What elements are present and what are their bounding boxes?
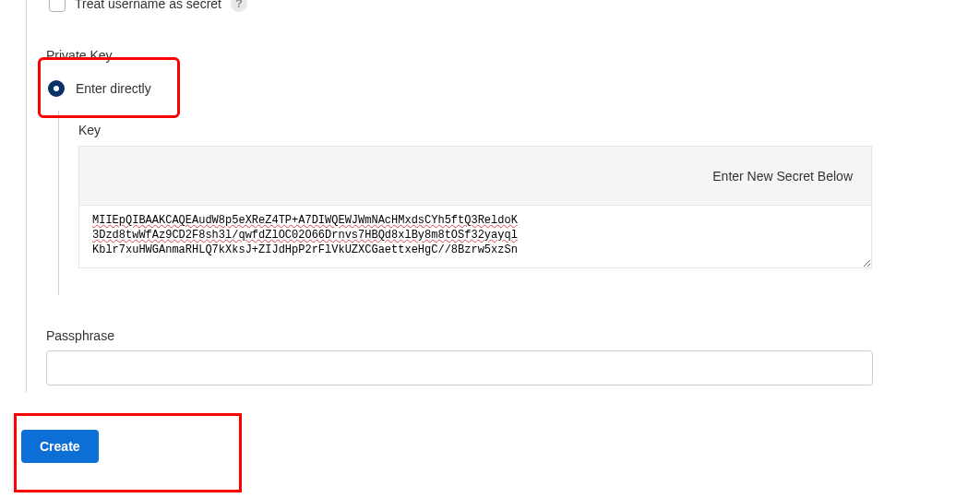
tree-connector-outer xyxy=(26,0,27,392)
treat-username-secret-checkbox[interactable] xyxy=(49,0,66,12)
create-button[interactable]: Create xyxy=(21,430,99,463)
enter-directly-label: Enter directly xyxy=(76,81,151,96)
help-icon[interactable]: ? xyxy=(231,0,247,12)
passphrase-input[interactable] xyxy=(46,350,873,385)
treat-username-secret-label: Treat username as secret xyxy=(75,0,221,11)
enter-new-secret-text: Enter New Secret Below xyxy=(712,169,853,184)
tree-connector-inner xyxy=(58,111,59,295)
private-key-textarea[interactable]: MIIEpQIBAAKCAQEAudW8p5eXReZ4TP+A7DIWQEWJ… xyxy=(78,206,872,268)
enter-directly-radio-row[interactable]: Enter directly xyxy=(48,80,151,97)
enter-directly-radio[interactable] xyxy=(48,80,65,97)
treat-username-secret-row: Treat username as secret ? xyxy=(49,0,247,12)
private-key-section-label: Private Key xyxy=(46,48,113,63)
enter-new-secret-banner: Enter New Secret Below xyxy=(78,146,872,206)
passphrase-label: Passphrase xyxy=(46,328,114,343)
key-field-label: Key xyxy=(78,123,101,137)
